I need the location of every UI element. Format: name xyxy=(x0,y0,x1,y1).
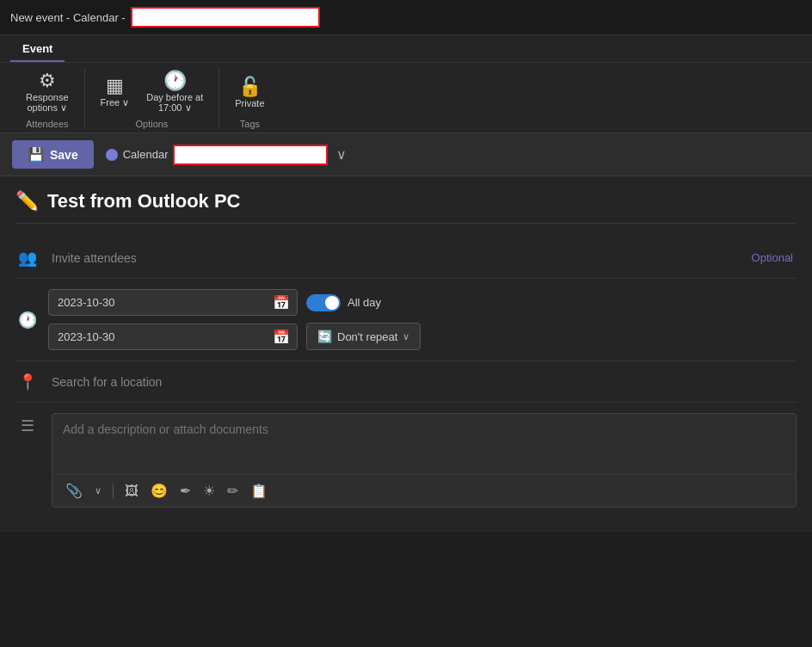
start-date-wrapper: 📅 xyxy=(48,289,298,316)
date-fields-content: 📅 All day 📅 🔄 Don't repeat xyxy=(48,289,797,350)
attendees-placeholder[interactable]: Invite attendees xyxy=(52,251,743,265)
ribbon-group-attendees: ⚙ Responseoptions ∨ Attendees xyxy=(10,68,85,129)
day-before-label: Day before at17:00 ∨ xyxy=(146,92,203,114)
pencil-button[interactable]: ✏ xyxy=(223,480,243,502)
location-placeholder[interactable]: Search for a location xyxy=(52,375,162,389)
options-group-label: Options xyxy=(135,119,168,129)
description-row: ☰ 📎 ∨ 🖼 😊 ✒ ☀ ✏ 📋 xyxy=(15,403,797,518)
end-date-row: 📅 🔄 Don't repeat ∨ xyxy=(48,323,797,350)
save-icon: 💾 xyxy=(28,146,45,163)
save-label: Save xyxy=(50,148,78,162)
emoji-button[interactable]: 😊 xyxy=(146,480,172,502)
attendees-icon: 👥 xyxy=(15,249,40,268)
tab-event[interactable]: Event xyxy=(10,35,65,62)
location-content: Search for a location xyxy=(52,375,797,389)
calendar-dot-icon xyxy=(106,149,118,161)
event-title-row: ✏️ Test from Outlook PC xyxy=(15,190,797,224)
tags-group-label: Tags xyxy=(240,119,260,129)
attendees-group-label: Attendees xyxy=(26,119,69,129)
save-button[interactable]: 💾 Save xyxy=(12,140,94,169)
ribbon-toolbar: ⚙ Responseoptions ∨ Attendees ▦ Free ∨ 🕐… xyxy=(0,63,812,133)
action-bar: 💾 Save Calendar ∨ xyxy=(0,133,812,176)
description-toolbar: 📎 ∨ 🖼 😊 ✒ ☀ ✏ 📋 xyxy=(52,474,796,507)
calendar-label: Calendar xyxy=(123,148,169,161)
start-date-calendar-icon[interactable]: 📅 xyxy=(266,294,297,311)
free-button[interactable]: ▦ Free ∨ xyxy=(95,73,135,112)
private-label: Private xyxy=(235,98,264,108)
event-title[interactable]: Test from Outlook PC xyxy=(47,190,241,213)
calendar-value-input[interactable] xyxy=(173,145,328,165)
allday-label: All day xyxy=(348,296,381,309)
clock-icon: 🕐 xyxy=(15,311,40,330)
end-date-calendar-icon[interactable]: 📅 xyxy=(266,329,297,345)
attendees-row: 👥 Invite attendees Optional xyxy=(15,237,797,279)
free-label: Free ∨ xyxy=(101,97,130,108)
repeat-label: Don't repeat xyxy=(337,330,397,343)
end-date-input[interactable] xyxy=(49,324,266,349)
allday-toggle: All day xyxy=(306,294,381,311)
toolbar-divider-1 xyxy=(113,484,114,499)
free-icon: ▦ xyxy=(106,77,124,96)
alarm-icon: 🕐 xyxy=(163,71,187,90)
attach-dropdown-button[interactable]: ∨ xyxy=(90,483,106,499)
repeat-button[interactable]: 🔄 Don't repeat ∨ xyxy=(306,323,421,350)
signature-button[interactable]: ✒ xyxy=(175,480,195,502)
insert-button[interactable]: 📋 xyxy=(246,480,272,502)
repeat-chevron-icon: ∨ xyxy=(403,331,409,342)
description-input[interactable] xyxy=(52,414,796,474)
ribbon-group-tags: 🔓 Private Tags xyxy=(219,68,280,129)
day-before-button[interactable]: 🕐 Day before at17:00 ∨ xyxy=(141,68,208,117)
highlight-button[interactable]: ☀ xyxy=(199,480,219,502)
ribbon-tabs: Event xyxy=(0,35,812,63)
form-area: ✏️ Test from Outlook PC 👥 Invite attende… xyxy=(0,176,812,532)
title-input[interactable] xyxy=(131,7,320,28)
description-icon: ☰ xyxy=(15,416,40,435)
end-date-wrapper: 📅 xyxy=(48,324,298,350)
allday-toggle-thumb xyxy=(325,296,339,310)
attach-button[interactable]: 📎 xyxy=(61,480,87,502)
allday-toggle-track[interactable] xyxy=(306,294,341,311)
calendar-section: Calendar ∨ xyxy=(106,145,351,165)
calendar-chevron-icon[interactable]: ∨ xyxy=(333,145,350,164)
description-wrapper: 📎 ∨ 🖼 😊 ✒ ☀ ✏ 📋 xyxy=(52,413,797,508)
start-date-input[interactable] xyxy=(49,290,266,315)
lock-icon: 🔓 xyxy=(238,77,261,96)
start-date-row: 📅 All day xyxy=(48,289,797,316)
edit-icon: ✏️ xyxy=(15,190,39,213)
location-row: 📍 Search for a location xyxy=(15,361,797,403)
title-bar-prefix: New event - Calendar - xyxy=(10,11,126,24)
image-button[interactable]: 🖼 xyxy=(120,481,143,502)
private-button[interactable]: 🔓 Private xyxy=(230,74,269,112)
ribbon-group-options: ▦ Free ∨ 🕐 Day before at17:00 ∨ Options xyxy=(85,68,220,129)
response-options-button[interactable]: ⚙ Responseoptions ∨ xyxy=(21,68,74,117)
response-options-label: Responseoptions ∨ xyxy=(26,92,69,114)
date-fields-row: 🕐 📅 All day 📅 xyxy=(15,279,797,361)
optional-link[interactable]: Optional xyxy=(752,251,797,264)
location-icon: 📍 xyxy=(15,373,40,391)
response-options-icon: ⚙ xyxy=(39,71,56,90)
repeat-icon: 🔄 xyxy=(317,330,332,343)
attendees-content: Invite attendees Optional xyxy=(52,251,797,265)
title-bar: New event - Calendar - xyxy=(0,0,812,35)
